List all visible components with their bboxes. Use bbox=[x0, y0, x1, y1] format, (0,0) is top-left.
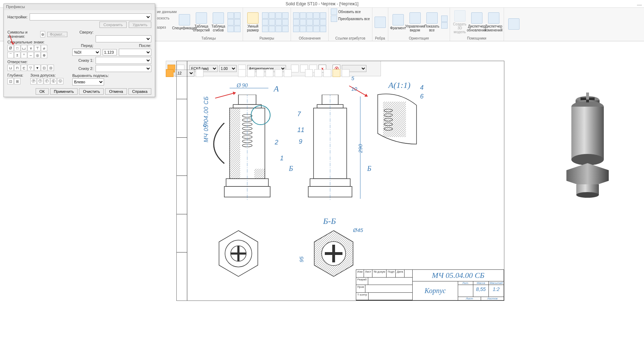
symbol-button[interactable]: □ bbox=[14, 45, 20, 51]
annot-icon[interactable] bbox=[313, 26, 320, 32]
annot-icon[interactable] bbox=[293, 12, 299, 19]
tbl-icon[interactable] bbox=[234, 19, 241, 25]
after-select[interactable] bbox=[119, 49, 151, 56]
dialog-titlebar[interactable]: Префиксы bbox=[4, 4, 155, 10]
align-select[interactable]: Влево bbox=[72, 78, 104, 85]
dim-icon[interactable] bbox=[262, 12, 268, 19]
format-button[interactable]: Формат... bbox=[47, 32, 67, 37]
dim-icon[interactable] bbox=[262, 26, 268, 32]
dim-icon[interactable] bbox=[282, 19, 288, 25]
before-select[interactable]: %DI bbox=[72, 49, 101, 56]
dim-icon[interactable] bbox=[275, 26, 282, 32]
ok-button[interactable]: ОК bbox=[36, 88, 49, 95]
below1-select[interactable] bbox=[96, 57, 151, 64]
symbol-button[interactable]: ⊕ bbox=[41, 52, 47, 58]
tbl-icon[interactable] bbox=[227, 19, 234, 25]
annot-icon[interactable] bbox=[320, 26, 326, 32]
symbol-mode-icon[interactable]: ⊚ bbox=[40, 31, 45, 37]
dim-icon[interactable] bbox=[275, 19, 282, 25]
symbol-button[interactable]: ± bbox=[14, 52, 20, 58]
symbol-button[interactable]: Ⓔ bbox=[50, 78, 57, 84]
save-button[interactable]: Сохранить bbox=[99, 22, 127, 28]
symbol-button[interactable]: ∨ bbox=[28, 45, 34, 51]
symbol-button[interactable]: ⌒ bbox=[7, 52, 14, 58]
annot-icon[interactable] bbox=[300, 12, 306, 19]
clear-button[interactable]: Очистить bbox=[79, 88, 104, 95]
bends-table-button[interactable]: Таблица сгибов bbox=[211, 12, 226, 32]
fragment-button[interactable]: Фрагмент bbox=[390, 14, 406, 30]
tbl-icon[interactable] bbox=[227, 12, 234, 19]
symbol-button[interactable]: Ⓤ bbox=[57, 78, 63, 84]
dim-icon[interactable] bbox=[282, 26, 288, 32]
convert-all-icon[interactable] bbox=[331, 16, 337, 22]
annot-icon[interactable] bbox=[320, 12, 326, 19]
symbol-button[interactable]: ⊤ bbox=[34, 45, 41, 51]
symbol-button[interactable]: ° bbox=[21, 52, 27, 58]
cancel-button[interactable]: Отмена bbox=[105, 88, 127, 95]
delete-button[interactable]: Удалить bbox=[129, 22, 151, 28]
tbl-icon[interactable] bbox=[234, 26, 241, 32]
show-all-button[interactable]: Показать все bbox=[424, 12, 440, 32]
symbol-button[interactable]: ▽ bbox=[28, 65, 34, 71]
symbol-button[interactable]: ⌀ bbox=[41, 45, 47, 51]
lock-icon[interactable] bbox=[166, 69, 174, 77]
annot-icon[interactable] bbox=[313, 12, 320, 19]
symbol-button[interactable]: ⊞ bbox=[14, 78, 20, 84]
symbol-button[interactable]: Ⓕ bbox=[44, 78, 50, 84]
below2-select[interactable] bbox=[96, 65, 151, 72]
symbol-button[interactable]: ◎ bbox=[34, 52, 41, 58]
view-manage-button[interactable]: Управление видом bbox=[407, 12, 423, 32]
symbol-button[interactable]: ⊏ bbox=[21, 65, 27, 71]
symbol-button[interactable]: ⊔ bbox=[7, 65, 14, 71]
dim-icon[interactable] bbox=[269, 19, 275, 25]
symbol-button[interactable]: ▼ bbox=[34, 65, 41, 71]
dim-icon[interactable] bbox=[275, 12, 282, 19]
settings-select[interactable] bbox=[30, 13, 151, 20]
disp-updates-button[interactable]: Диспетчер обновлений bbox=[469, 12, 485, 32]
annot-icon[interactable] bbox=[300, 26, 306, 32]
symbol-button[interactable]: ⊡ bbox=[7, 78, 14, 84]
value-input[interactable] bbox=[103, 49, 117, 55]
dim-icon[interactable] bbox=[282, 12, 288, 19]
annot-icon[interactable] bbox=[306, 12, 313, 19]
symbol-button[interactable]: ⊡ bbox=[41, 65, 47, 71]
annot-icon[interactable] bbox=[306, 26, 313, 32]
symbol-button[interactable]: Ø bbox=[7, 45, 14, 51]
symbol-button[interactable]: ⊟ bbox=[48, 65, 54, 71]
annot-icon[interactable] bbox=[293, 19, 299, 25]
orient-icon[interactable] bbox=[441, 16, 448, 22]
orient-icon[interactable] bbox=[441, 22, 448, 29]
minimize-icon[interactable]: — bbox=[637, 1, 642, 8]
symbol-button[interactable]: ⊓ bbox=[14, 65, 20, 71]
update-all-button[interactable]: Обновить все bbox=[338, 10, 361, 14]
create-3d-button[interactable]: Создать 3D модель bbox=[452, 10, 468, 34]
update-all-icon[interactable] bbox=[331, 8, 337, 15]
symbol-button[interactable]: Ⓣ bbox=[37, 78, 43, 84]
tbl-icon[interactable] bbox=[234, 12, 241, 19]
ribs-icon[interactable] bbox=[375, 17, 386, 28]
dim-icon[interactable] bbox=[262, 19, 268, 25]
symbol-button[interactable]: ⌴ bbox=[21, 45, 27, 51]
convert-all-button[interactable]: Преобразовать все bbox=[338, 17, 370, 21]
annot-icon[interactable] bbox=[306, 19, 313, 25]
top-select[interactable] bbox=[96, 35, 151, 42]
annot-icon[interactable] bbox=[300, 19, 306, 25]
annot-icon[interactable] bbox=[320, 19, 326, 25]
symbol-button[interactable]: ↔ bbox=[28, 52, 34, 58]
ribs-group-label: Ребра bbox=[375, 36, 385, 40]
tb-scale: 1:2 bbox=[489, 285, 504, 297]
dim-icon[interactable] bbox=[269, 12, 275, 19]
symbol-button[interactable]: Ⓟ bbox=[30, 78, 37, 84]
annot-icon[interactable] bbox=[293, 26, 299, 32]
holes-table-button[interactable]: Таблица отверстий bbox=[194, 12, 209, 32]
svg-rect-36 bbox=[571, 107, 604, 160]
annot-icon[interactable] bbox=[313, 19, 320, 25]
per-button[interactable] bbox=[506, 18, 522, 30]
help-button[interactable]: Справка bbox=[128, 88, 151, 95]
disp-changes-button[interactable]: Диспетчер изменений bbox=[486, 12, 502, 32]
tbl-icon[interactable] bbox=[227, 26, 234, 32]
spec-button[interactable]: Спецификация bbox=[177, 14, 192, 30]
dim-icon[interactable] bbox=[269, 26, 275, 32]
apply-button[interactable]: Применить bbox=[50, 88, 78, 95]
smart-dim-button[interactable]: Умный размер bbox=[245, 12, 261, 32]
